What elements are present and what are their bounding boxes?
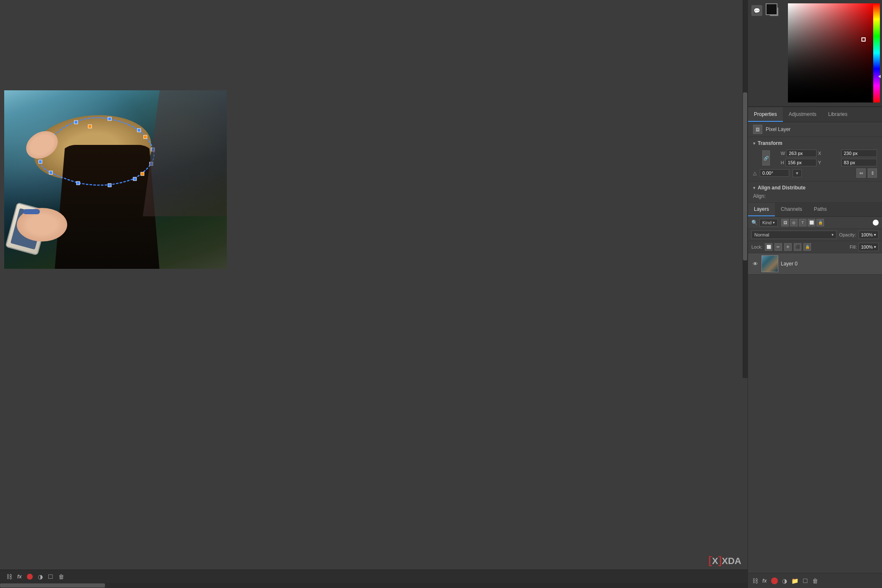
height-input[interactable]: 156 px [785, 159, 816, 166]
layer-name: Layer 0 [781, 261, 798, 267]
svg-rect-2 [74, 121, 78, 124]
lock-artboard-btn[interactable]: ⬛ [794, 243, 801, 251]
svg-rect-8 [108, 184, 111, 187]
svg-rect-3 [108, 117, 111, 121]
lock-image-btn[interactable]: ✏ [774, 243, 782, 251]
blend-mode-row: Normal ▾ Opacity: 100% ▾ [748, 229, 882, 241]
transform-section: ▾ Transform 🔗 W 263 px X 230 px [748, 137, 882, 181]
filter-smart-icon[interactable]: 🔒 [816, 219, 824, 226]
x-label-cell: X [818, 151, 840, 156]
fill-section: Fill: 100% ▾ [850, 243, 879, 251]
kind-filter-select[interactable]: Kind ▾ [759, 219, 778, 226]
layer-thumbnail [761, 255, 778, 272]
align-title: ▾ Align and Distribute [753, 185, 877, 191]
pixel-layer-label: Pixel Layer [766, 126, 790, 132]
filter-toggle[interactable] [873, 220, 879, 226]
svg-rect-11 [88, 125, 92, 128]
record-icon[interactable] [27, 574, 33, 580]
x-input[interactable]: 230 px [841, 150, 877, 157]
hue-marker [878, 75, 881, 78]
vertical-scrollbar[interactable] [743, 0, 748, 378]
layers-list: 👁 Layer 0 [748, 253, 882, 573]
transform-fields: 🔗 W 263 px X 230 px H 156 px Y 83 px [753, 150, 877, 166]
add-mask-icon[interactable] [771, 578, 778, 584]
angle-dropdown[interactable]: ▾ [793, 169, 802, 177]
y-label-cell: Y [818, 160, 840, 165]
new-layer-btn[interactable]: ☐ [803, 578, 808, 584]
tab-adjustments[interactable]: Adjustments [783, 107, 822, 122]
foreground-swatch[interactable] [766, 3, 777, 15]
new-group-icon[interactable]: 📁 [791, 578, 798, 584]
right-panel: 💬 Properties Adjustments [748, 0, 882, 588]
lock-all-btn[interactable]: 🔒 [803, 243, 811, 251]
align-row: Align: [753, 193, 877, 199]
lock-transparent-btn[interactable]: ⬜ [765, 243, 772, 251]
tab-libraries[interactable]: Libraries [822, 107, 853, 122]
delete-icon[interactable]: 🗑 [58, 573, 64, 580]
tab-paths[interactable]: Paths [808, 203, 833, 216]
lock-row: Lock: ⬜ ✏ ✛ ⬛ 🔒 Fill: 100% ▾ [748, 241, 882, 253]
photo-container [4, 90, 227, 269]
horizontal-scrollbar[interactable] [0, 583, 748, 588]
angle-row: △ 0.00° ▾ ⇔ ⇕ [753, 168, 877, 178]
filter-adj-icon[interactable]: ◎ [790, 219, 798, 226]
link-layers-icon[interactable]: ⛓ [752, 578, 758, 584]
layer-filter-icons: 🖼 ◎ T ⬜ 🔒 [781, 219, 824, 226]
filter-text-icon[interactable]: T [799, 219, 806, 226]
color-picker-section: 💬 [748, 0, 882, 107]
svg-rect-12 [144, 135, 147, 139]
mask-icon[interactable]: ◑ [38, 573, 43, 580]
properties-tabs: Properties Adjustments Libraries [748, 107, 882, 122]
flip-v-button[interactable]: ⇕ [868, 168, 877, 178]
height-field: H 156 px [781, 159, 816, 166]
pixel-layer-row: 🖼 Pixel Layer [748, 122, 882, 137]
xda-watermark: [X]XDA [709, 554, 741, 567]
width-input[interactable]: 263 px [786, 150, 816, 157]
adjustment-icon[interactable]: ◑ [782, 578, 787, 584]
chat-icon[interactable]: 💬 [751, 5, 762, 16]
lock-position-btn[interactable]: ✛ [784, 243, 792, 251]
filter-pixel-icon[interactable]: 🖼 [781, 219, 789, 226]
transform-title: ▾ Transform [753, 140, 877, 146]
new-layer-icon[interactable]: ☐ [48, 573, 53, 580]
pixel-layer-icon: 🖼 [753, 125, 762, 134]
width-field: W 263 px [781, 150, 816, 157]
chain-icon[interactable]: ⛓ [6, 573, 12, 580]
filter-shape-icon[interactable]: ⬜ [808, 219, 815, 226]
h-scroll-thumb[interactable] [0, 583, 105, 588]
tab-layers[interactable]: Layers [748, 203, 775, 216]
lock-icons: ⬜ ✏ ✛ ⬛ 🔒 [765, 243, 811, 251]
link-icon[interactable]: 🔗 [753, 150, 779, 165]
layers-panel: Layers Channels Paths 🔍 Kind ▾ 🖼 ◎ T ⬜ 🔒 [748, 203, 882, 588]
svg-rect-4 [137, 129, 141, 132]
hue-slider[interactable] [873, 3, 880, 102]
layer-item[interactable]: 👁 Layer 0 [748, 253, 882, 275]
tab-channels[interactable]: Channels [775, 203, 808, 216]
tab-properties[interactable]: Properties [748, 107, 783, 122]
flip-h-button[interactable]: ⇔ [856, 168, 866, 178]
y-input[interactable]: 83 px [841, 159, 877, 166]
fx-button[interactable]: fx [17, 574, 22, 580]
svg-rect-13 [141, 172, 144, 176]
flip-icons: ⇔ ⇕ [856, 168, 877, 178]
svg-rect-10 [49, 171, 52, 174]
blend-mode-select[interactable]: Normal ▾ [751, 231, 837, 239]
delete-layer-icon[interactable]: 🗑 [812, 578, 818, 584]
layers-bottom-toolbar: ⛓ fx ◑ 📁 ☐ 🗑 [748, 573, 882, 588]
fx-effects-button[interactable]: fx [762, 578, 767, 584]
scroll-thumb[interactable] [743, 92, 747, 260]
svg-rect-0 [39, 160, 42, 163]
svg-rect-7 [133, 177, 136, 181]
layers-toolbar: 🔍 Kind ▾ 🖼 ◎ T ⬜ 🔒 [748, 217, 882, 229]
fill-value[interactable]: 100% ▾ [858, 243, 879, 251]
layer-visibility-toggle[interactable]: 👁 [751, 260, 759, 268]
angle-input[interactable]: 0.00° [760, 169, 789, 177]
bottom-toolbar: ⛓ fx ◑ ☐ 🗑 [0, 570, 748, 583]
canvas-area: ⛓ fx ◑ ☐ 🗑 [X]XDA [0, 0, 748, 588]
svg-rect-9 [76, 181, 80, 185]
align-section: ▾ Align and Distribute Align: [748, 181, 882, 203]
layers-tabs: Layers Channels Paths [748, 203, 882, 217]
opacity-value[interactable]: 100% ▾ [858, 231, 879, 239]
color-gradient-picker[interactable] [788, 3, 874, 102]
